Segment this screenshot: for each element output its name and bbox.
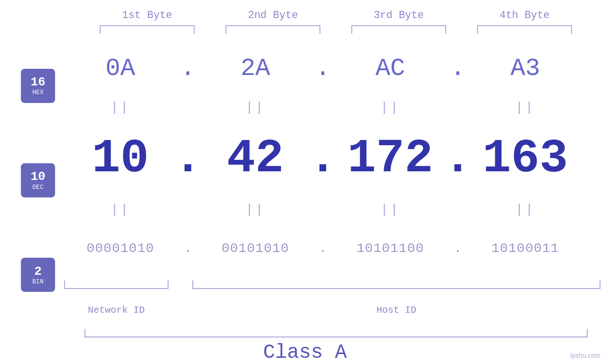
eq2-b2: || bbox=[203, 202, 308, 217]
hex-dot3: . bbox=[446, 55, 469, 83]
bin-badge-label: BIN bbox=[32, 278, 43, 285]
eq2-b4: || bbox=[473, 202, 577, 217]
dec-b3: 172 bbox=[338, 132, 442, 186]
main-container: 1st Byte 2nd Byte 3rd Byte 4th Byte 16 H… bbox=[0, 0, 610, 364]
dec-row: 10 . 42 . 172 . 163 bbox=[62, 130, 584, 187]
bin-row: 00001010 . 00101010 . 10101100 . 1010001… bbox=[62, 232, 584, 265]
byte-headers: 1st Byte 2nd Byte 3rd Byte 4th Byte bbox=[84, 9, 588, 21]
hex-badge-label: HEX bbox=[32, 89, 43, 96]
eq2-b3: || bbox=[338, 202, 442, 217]
bracket-top-4 bbox=[477, 25, 572, 34]
byte1-label: 1st Byte bbox=[95, 9, 199, 21]
eq1-b3: || bbox=[338, 100, 442, 115]
hex-badge: 16 HEX bbox=[21, 69, 55, 103]
network-id-bracket bbox=[64, 280, 169, 289]
dec-badge-number: 10 bbox=[30, 170, 45, 184]
dec-badge-label: DEC bbox=[32, 184, 43, 191]
bracket-top-2 bbox=[225, 25, 320, 34]
bottom-brackets bbox=[62, 280, 601, 289]
hex-dot1: . bbox=[176, 55, 200, 83]
byte3-label: 3rd Byte bbox=[347, 9, 451, 21]
bin-dot1: . bbox=[176, 241, 200, 256]
class-label-row: Class A bbox=[0, 341, 610, 364]
id-labels-row: Network ID Host ID bbox=[62, 302, 601, 316]
hex-b3: AC bbox=[338, 55, 442, 83]
bin-badge-number: 2 bbox=[34, 265, 42, 279]
class-bracket bbox=[84, 329, 588, 337]
hex-b2: 2A bbox=[203, 55, 308, 83]
big-bracket-container bbox=[84, 329, 588, 337]
bracket-top-1 bbox=[100, 25, 195, 34]
eq1-b4: || bbox=[473, 100, 577, 115]
bracket-top-3 bbox=[351, 25, 446, 34]
hex-b4: A3 bbox=[473, 55, 577, 83]
dec-dot2: . bbox=[311, 132, 335, 186]
bin-b3: 10101100 bbox=[338, 241, 442, 256]
eq1-b2: || bbox=[203, 100, 308, 115]
host-id-label: Host ID bbox=[192, 305, 601, 316]
data-rows: 0A . 2A . AC . A3 || || || || 10 bbox=[62, 34, 610, 327]
eq1-b1: || bbox=[68, 100, 173, 115]
bin-b2: 00101010 bbox=[203, 241, 308, 256]
dec-b1: 10 bbox=[68, 132, 173, 186]
hex-dot2: . bbox=[311, 55, 335, 83]
top-brackets bbox=[84, 25, 588, 34]
bin-badge: 2 BIN bbox=[21, 258, 55, 292]
badges-column: 16 HEX 10 DEC 2 BIN bbox=[0, 34, 62, 327]
host-id-bracket bbox=[192, 280, 601, 289]
eq2-b1: || bbox=[68, 202, 173, 217]
dec-dot3: . bbox=[446, 132, 469, 186]
watermark: ipshu.com bbox=[570, 352, 601, 359]
byte2-label: 2nd Byte bbox=[221, 9, 325, 21]
bin-dot3: . bbox=[446, 241, 469, 256]
dec-b4: 163 bbox=[473, 132, 577, 186]
hex-b1: 0A bbox=[68, 55, 173, 83]
hex-row: 0A . 2A . AC . A3 bbox=[62, 52, 584, 85]
dec-b2: 42 bbox=[203, 132, 308, 186]
bin-dot2: . bbox=[311, 241, 335, 256]
bin-b1: 00001010 bbox=[68, 241, 173, 256]
equals-row-1: || || || || bbox=[62, 98, 584, 117]
hex-badge-number: 16 bbox=[30, 75, 45, 89]
bin-b4: 10100011 bbox=[473, 241, 577, 256]
dec-dot1: . bbox=[176, 132, 200, 186]
equals-row-2: || || || || bbox=[62, 200, 584, 219]
network-id-label: Network ID bbox=[64, 305, 169, 316]
class-a-label: Class A bbox=[263, 341, 347, 364]
byte4-label: 4th Byte bbox=[472, 9, 577, 21]
dec-badge: 10 DEC bbox=[21, 163, 55, 197]
